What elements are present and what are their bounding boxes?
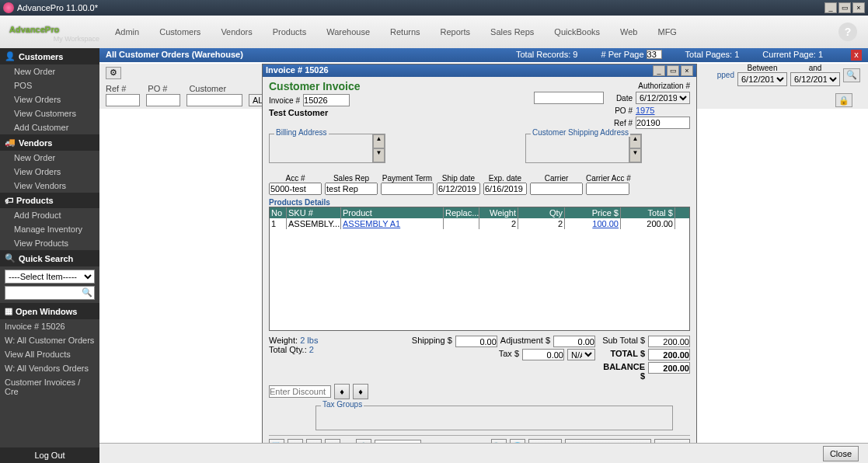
nav-customers-header[interactable]: 👤 Customers: [0, 48, 99, 64]
auth-input[interactable]: [534, 92, 604, 104]
nav-add-customer[interactable]: Add Customer: [0, 120, 99, 134]
nav-view-customers[interactable]: View Customers: [0, 106, 99, 120]
nav-products-header[interactable]: 🏷 Products: [0, 193, 99, 208]
dlg-min-icon[interactable]: _: [653, 65, 665, 76]
dlg-max-icon[interactable]: ▭: [667, 65, 679, 76]
price-link[interactable]: 100.00: [565, 218, 621, 229]
menu-admin[interactable]: Admin: [115, 27, 139, 37]
close-page-icon[interactable]: x: [851, 50, 862, 61]
shipping-input[interactable]: [455, 336, 497, 347]
gear-icon[interactable]: ⚙: [106, 67, 121, 79]
dialog-titlebar: Invoice # 15026 _▭×: [263, 64, 696, 77]
openwin-products[interactable]: View All Products: [0, 347, 99, 361]
menu-vendors[interactable]: Vendors: [221, 27, 252, 37]
shipping-textarea[interactable]: [526, 134, 629, 162]
acc-input[interactable]: [269, 183, 322, 195]
menu-salesreps[interactable]: Sales Reps: [490, 27, 534, 37]
filter-po-input[interactable]: [146, 94, 180, 106]
app-titlebar: AdvancePro 11.00.0* _ ▭ ×: [0, 0, 868, 16]
date-filter: pped Between6/12/2019 and6/12/2019 🔍: [717, 64, 860, 86]
discount-up-icon[interactable]: ♦: [353, 384, 368, 399]
nav-add-product[interactable]: Add Product: [0, 208, 99, 222]
help-icon[interactable]: ?: [838, 23, 857, 41]
discount-down-icon[interactable]: ♦: [334, 384, 350, 399]
scroll-up-icon[interactable]: ▲: [373, 134, 385, 148]
menu-returns[interactable]: Returns: [390, 27, 420, 37]
shipping-address: Customer Shipping Address▲▼: [525, 134, 642, 163]
shipdate-input[interactable]: [437, 183, 480, 195]
subtotal-display: [648, 336, 690, 347]
scroll-up-icon[interactable]: ▲: [629, 134, 641, 148]
search-icon[interactable]: 🔍: [82, 287, 92, 298]
page-header: All Customer Orders (Warehouse) Total Re…: [99, 48, 868, 62]
menu-web[interactable]: Web: [620, 27, 637, 37]
main-menu: Admin Customers Vendors Products Warehou…: [99, 27, 677, 37]
invoice-number-input[interactable]: [303, 94, 350, 106]
customer-name: Test Customer: [269, 108, 534, 117]
nav-new-order[interactable]: New Order: [0, 64, 99, 78]
expdate-input[interactable]: [483, 183, 527, 195]
scroll-down-icon[interactable]: ▼: [373, 148, 385, 162]
discount-input[interactable]: [269, 385, 331, 398]
table-row[interactable]: 1 ASSEMBLY... ASSEMBLY A1 2 2 100.00 200…: [270, 218, 689, 229]
nav-v-view-orders[interactable]: View Orders: [0, 165, 99, 179]
top-band: AdvancePro My Workspace Admin Customers …: [0, 16, 868, 48]
openwin-custorders[interactable]: W: All Customer Orders: [0, 333, 99, 347]
quicksearch-select[interactable]: ----Select Item-----: [5, 270, 95, 284]
tax-input[interactable]: [522, 349, 564, 360]
nav-manage-inventory[interactable]: Manage Inventory: [0, 222, 99, 236]
carrier-acc-input[interactable]: [586, 183, 629, 195]
nav-openwin-header: ▦ Open Windows: [0, 303, 99, 319]
menu-products[interactable]: Products: [273, 27, 306, 37]
app-icon: [3, 2, 14, 13]
menu-mfg[interactable]: MFG: [657, 27, 676, 37]
openwin-invoice[interactable]: Invoice # 15026: [0, 319, 99, 333]
rep-input[interactable]: [325, 183, 378, 195]
menu-reports[interactable]: Reports: [441, 27, 471, 37]
nav-v-new-order[interactable]: New Order: [0, 151, 99, 165]
openwin-vendorders[interactable]: W: All Vendors Orders: [0, 361, 99, 375]
table-body-empty: [270, 229, 689, 330]
nav-pos[interactable]: POS: [0, 78, 99, 92]
close-icon[interactable]: ×: [852, 2, 865, 13]
nav-v-view-vendors[interactable]: View Vendors: [0, 179, 99, 193]
nav-vendors-header[interactable]: 🚚 Vendors: [0, 134, 99, 151]
balance-display: [648, 362, 690, 374]
ref-input[interactable]: [636, 117, 690, 129]
date-to[interactable]: 6/12/2019: [790, 72, 840, 86]
products-table: No SKU # Product Replac... Weight Qty Pr…: [269, 207, 690, 331]
product-link[interactable]: ASSEMBLY A1: [341, 218, 444, 229]
tax-na-select[interactable]: N/A: [567, 349, 595, 360]
payterm-input[interactable]: [381, 183, 434, 195]
date-go-button[interactable]: 🔍: [843, 68, 860, 82]
menu-quickbooks[interactable]: QuickBooks: [554, 27, 600, 37]
perpage-input[interactable]: [647, 50, 662, 59]
minimize-icon[interactable]: _: [824, 2, 837, 13]
scroll-down-icon[interactable]: ▼: [629, 148, 641, 162]
menu-customers[interactable]: Customers: [159, 27, 200, 37]
products-title: Products Details: [269, 198, 690, 207]
dlg-close-icon[interactable]: ×: [681, 65, 693, 76]
filter-ref-input[interactable]: [106, 94, 140, 106]
total-display: [648, 349, 690, 360]
po-link[interactable]: 1975: [636, 106, 690, 115]
nav-view-orders[interactable]: View Orders: [0, 92, 99, 106]
date-select[interactable]: 6/12/2019: [636, 92, 690, 104]
billing-textarea[interactable]: [270, 134, 372, 162]
adj-input[interactable]: [553, 336, 595, 347]
lock-button[interactable]: 🔒: [835, 93, 852, 107]
restore-icon[interactable]: ▭: [838, 2, 851, 13]
logout-button[interactable]: Log Out: [0, 447, 99, 463]
invoice-heading: Customer Invoice: [269, 80, 534, 92]
filter-customer-input[interactable]: [186, 94, 242, 106]
nav-view-products[interactable]: View Products: [0, 236, 99, 250]
footer-close-button[interactable]: Close: [823, 446, 859, 461]
nav-quicksearch-header: 🔍 Quick Search: [0, 250, 99, 266]
logo: AdvancePro My Workspace: [0, 22, 99, 43]
app-title: AdvancePro 11.00.0*: [17, 3, 98, 12]
carrier-input[interactable]: [530, 183, 583, 195]
page-title: All Customer Orders (Warehouse): [106, 50, 243, 61]
menu-warehouse[interactable]: Warehouse: [326, 27, 370, 37]
date-from[interactable]: 6/12/2019: [737, 72, 787, 86]
openwin-custinv[interactable]: Customer Invoices / Cre: [0, 375, 99, 399]
